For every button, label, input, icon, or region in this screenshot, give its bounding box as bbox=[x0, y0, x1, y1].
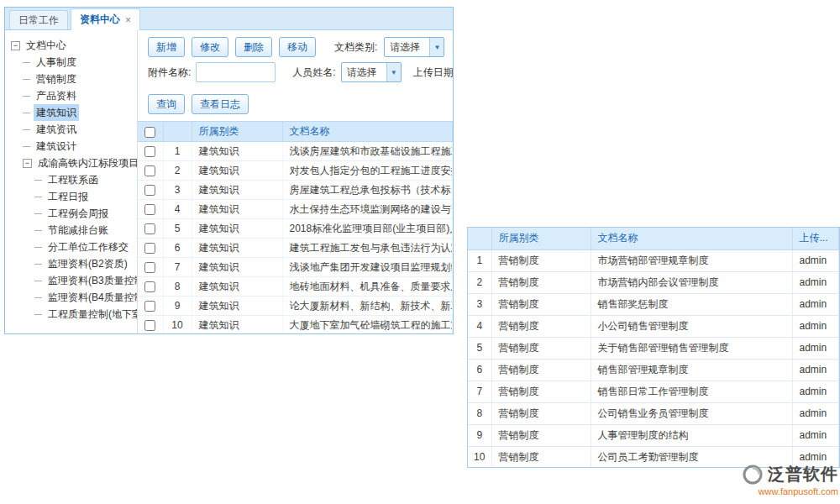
document-row[interactable]: 2营销制度市场营销内部会议管理制度admin bbox=[468, 271, 839, 293]
checkbox-cell bbox=[138, 277, 163, 297]
document-row[interactable]: 7建筑知识浅谈地产集团开发建设项目监理规划编... bbox=[138, 258, 453, 277]
tree-item[interactable]: 监理资料(B2资质) bbox=[5, 255, 137, 272]
document-row[interactable]: 2建筑知识对发包人指定分包的工程施工进度安排... bbox=[138, 161, 453, 181]
category-column-header[interactable]: 所属别类 bbox=[491, 228, 591, 249]
tab-daily-work[interactable]: 日常工作 bbox=[9, 10, 68, 29]
row-checkbox[interactable] bbox=[144, 165, 155, 176]
tree-item[interactable]: 工程联系函 bbox=[5, 171, 137, 188]
chevron-down-icon: ▼ bbox=[429, 38, 444, 56]
collapse-icon[interactable]: − bbox=[11, 41, 20, 50]
checkbox-cell bbox=[138, 258, 163, 277]
select-all-checkbox[interactable] bbox=[144, 127, 155, 138]
tree-item[interactable]: 建筑资讯 bbox=[5, 121, 137, 138]
tree-item[interactable]: 建筑知识 bbox=[5, 104, 137, 121]
tree-item[interactable]: 分工单位工作移交 bbox=[5, 239, 137, 255]
marketing-documents-table: 所属别类 文档名称 上传... 1营销制度市场营销部管理规章制度admin2营销… bbox=[468, 228, 839, 468]
document-row[interactable]: 3营销制度销售部奖惩制度admin bbox=[468, 293, 839, 315]
tree-connector bbox=[34, 281, 42, 281]
tree-item[interactable]: −成渝高铁内江标段项目 bbox=[5, 155, 137, 171]
document-row[interactable]: 4营销制度小公司销售管理制度admin bbox=[468, 315, 839, 337]
query-button[interactable]: 查询 bbox=[148, 94, 185, 114]
tree-connector bbox=[34, 230, 42, 231]
row-checkbox[interactable] bbox=[144, 262, 155, 273]
uploader-cell: admin bbox=[792, 293, 839, 315]
category-cell: 营销制度 bbox=[491, 424, 591, 446]
tree-item-label: 分工单位工作移交 bbox=[45, 239, 131, 255]
tree-item[interactable]: 监理资料(B4质量控制) bbox=[5, 289, 137, 306]
document-row[interactable]: 1建筑知识浅谈房屋建筑和市政基础设施工程施工... bbox=[138, 142, 453, 161]
document-row[interactable]: 9建筑知识论大厦新材料、新结构、新技术、新工... bbox=[138, 297, 453, 316]
uploader-cell: admin bbox=[792, 381, 839, 402]
tree-item[interactable]: 工程日报 bbox=[5, 188, 137, 205]
tree-item-label: 监理资料(B4质量控制) bbox=[45, 289, 137, 306]
row-checkbox[interactable] bbox=[144, 281, 155, 292]
uploader-cell: admin bbox=[792, 424, 839, 446]
modify-button[interactable]: 修改 bbox=[192, 37, 228, 57]
document-row[interactable]: 4建筑知识水土保持生态环境监测网络的建设与资... bbox=[138, 200, 453, 219]
document-row[interactable]: 6营销制度销售部管理规章制度admin bbox=[468, 359, 839, 381]
toolbar-row-3: 查询 查看日志 bbox=[138, 89, 453, 121]
view-log-button[interactable]: 查看日志 bbox=[192, 94, 249, 114]
tree-item[interactable]: 监理资料(B3质量控制) bbox=[5, 272, 137, 289]
row-checkbox[interactable] bbox=[144, 243, 155, 254]
num-column-header bbox=[468, 228, 491, 249]
row-checkbox[interactable] bbox=[144, 223, 155, 234]
category-cell: 建筑知识 bbox=[192, 181, 282, 200]
tree-connector bbox=[23, 62, 30, 63]
document-row[interactable]: 3建筑知识房屋建筑工程总承包投标书（技术标）... bbox=[138, 181, 453, 200]
close-tab-icon[interactable]: × bbox=[125, 15, 131, 25]
uploader-column-header[interactable]: 上传... bbox=[792, 228, 839, 249]
document-row[interactable]: 7营销制度销售部日常工作管理制度admin bbox=[468, 381, 839, 402]
move-button[interactable]: 移动 bbox=[279, 37, 316, 57]
person-name-select[interactable]: 请选择 ▼ bbox=[341, 62, 402, 82]
tab-data-center[interactable]: 资料中心 × bbox=[71, 8, 140, 30]
row-checkbox[interactable] bbox=[144, 185, 155, 196]
toolbar-row-1: 新增 修改 删除 移动 文档类别: 请选择 ▼ 文档名称: bbox=[138, 30, 453, 62]
doc-category-select[interactable]: 请选择 ▼ bbox=[384, 37, 444, 57]
row-checkbox[interactable] bbox=[144, 204, 155, 215]
tree-item[interactable]: 营销制度 bbox=[5, 71, 137, 87]
tree-connector bbox=[23, 79, 30, 80]
category-column-header[interactable]: 所属别类 bbox=[192, 122, 282, 142]
document-row[interactable]: 5营销制度关于销售部管理销售管理制度admin bbox=[468, 337, 839, 359]
category-cell: 建筑知识 bbox=[192, 258, 282, 277]
tree-item[interactable]: 人事制度 bbox=[5, 54, 137, 71]
row-number: 3 bbox=[163, 181, 192, 200]
document-row[interactable]: 9营销制度人事管理制度的结构admin bbox=[468, 424, 839, 446]
tree-item-label: 监理资料(B2资质) bbox=[45, 255, 130, 272]
tree-connector bbox=[34, 213, 42, 214]
row-number: 7 bbox=[468, 381, 491, 402]
tree-item[interactable]: 工程质量控制(地下室) bbox=[5, 306, 137, 323]
row-number: 10 bbox=[468, 446, 491, 468]
uploader-cell: admin bbox=[792, 337, 839, 359]
checkbox-cell bbox=[138, 161, 163, 181]
add-button[interactable]: 新增 bbox=[148, 37, 185, 57]
row-number: 1 bbox=[468, 249, 491, 271]
row-checkbox[interactable] bbox=[144, 301, 155, 312]
delete-button[interactable]: 删除 bbox=[235, 37, 272, 57]
attachment-name-input[interactable] bbox=[196, 62, 276, 82]
document-row[interactable]: 10建筑知识大厦地下室加气砼墙砌筑工程的施工方... bbox=[138, 316, 453, 334]
collapse-icon[interactable]: − bbox=[23, 159, 32, 168]
row-number: 8 bbox=[163, 277, 192, 297]
tree-item-label: 建筑资讯 bbox=[34, 121, 79, 138]
document-row[interactable]: 6建筑知识建筑工程施工发包与承包违法行为认定... bbox=[138, 239, 453, 258]
fanpu-logo-icon bbox=[742, 464, 764, 486]
document-name-cell: 论大厦新材料、新结构、新技术、新工... bbox=[282, 297, 453, 316]
document-name-cell: 房屋建筑工程总承包投标书（技术标）... bbox=[282, 181, 453, 200]
tree-item[interactable]: 产品资料 bbox=[5, 87, 137, 104]
name-column-header[interactable]: 文档名称 bbox=[282, 122, 453, 142]
document-row[interactable]: 1营销制度市场营销部管理规章制度admin bbox=[468, 249, 839, 271]
window-body: −文档中心人事制度营销制度产品资料建筑知识建筑资讯建筑设计−成渝高铁内江标段项目… bbox=[5, 30, 453, 333]
row-number: 6 bbox=[163, 239, 192, 258]
tree-item[interactable]: −文档中心 bbox=[5, 37, 137, 54]
document-row[interactable]: 8营销制度公司销售业务员管理制度admin bbox=[468, 402, 839, 424]
row-checkbox[interactable] bbox=[144, 320, 155, 331]
row-checkbox[interactable] bbox=[144, 146, 155, 157]
document-row[interactable]: 5建筑知识2018标准化监理项目部(业主项目部)人员... bbox=[138, 219, 453, 239]
tree-item[interactable]: 建筑设计 bbox=[5, 138, 137, 155]
tree-item[interactable]: 节能减排台账 bbox=[5, 222, 137, 239]
document-row[interactable]: 8建筑知识地砖地面材料、机具准备、质量要求及... bbox=[138, 277, 453, 297]
name-column-header[interactable]: 文档名称 bbox=[591, 228, 792, 249]
tree-item[interactable]: 工程例会周报 bbox=[5, 205, 137, 222]
